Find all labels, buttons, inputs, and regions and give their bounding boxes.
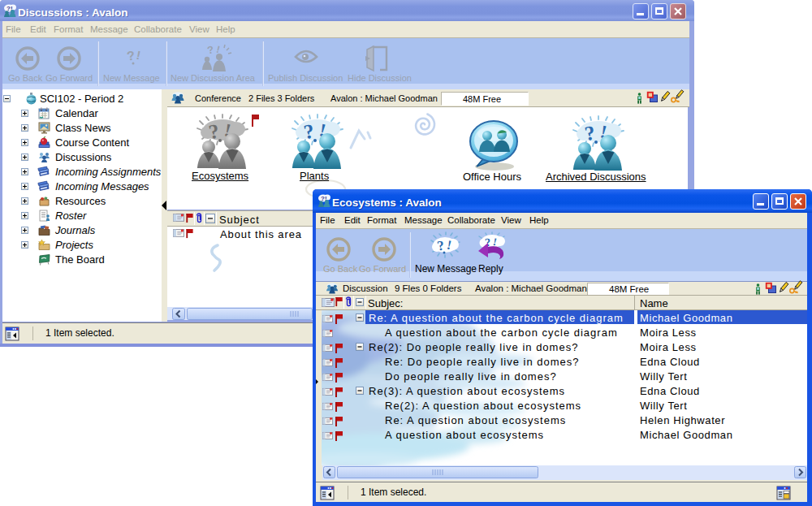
svg-text:!: ! bbox=[135, 48, 141, 63]
svg-text:?: ? bbox=[206, 43, 214, 56]
svg-text:!: ! bbox=[215, 44, 221, 56]
svg-text:?: ? bbox=[126, 49, 136, 63]
